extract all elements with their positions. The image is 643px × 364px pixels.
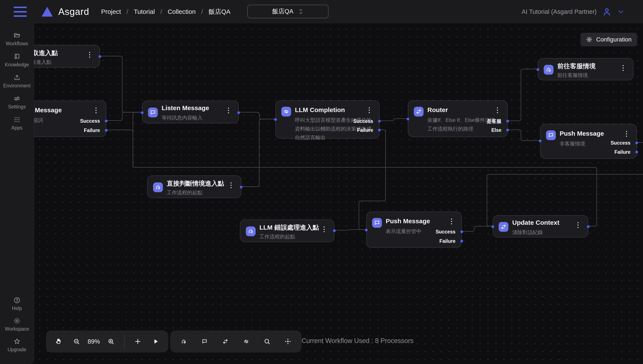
node-menu-icon[interactable] <box>620 64 626 72</box>
house-plus-icon <box>153 182 163 192</box>
breadcrumb-item[interactable]: Project <box>101 8 121 15</box>
input-port[interactable] <box>539 140 542 142</box>
hand-icon <box>55 338 62 345</box>
sidebar-item-workspace[interactable]: Workspace <box>0 317 34 332</box>
sliders-icon <box>14 95 21 102</box>
input-port[interactable] <box>141 112 144 114</box>
node-listen-message[interactable]: Listen Message 等待訊息內容輸入 <box>142 100 239 123</box>
chat-icon <box>372 218 382 228</box>
input-port[interactable] <box>365 229 368 232</box>
output-port[interactable] <box>333 230 336 232</box>
house-plus-icon <box>544 65 554 75</box>
output-port[interactable] <box>635 142 638 144</box>
breadcrumb-item[interactable]: 飯店QA <box>208 8 230 16</box>
node-menu-icon[interactable] <box>87 50 92 59</box>
workflow-selector-value: 飯店QA <box>272 7 294 16</box>
output-port[interactable] <box>460 240 463 242</box>
menu-icon[interactable] <box>14 6 27 17</box>
node-llm-completion[interactable]: LLM Completion 呼叫大型語言模型並產生結構化的資料輸出以輔助流程的… <box>275 100 380 139</box>
sidebar-item-upgrade[interactable]: Upgrade <box>0 338 34 352</box>
node-push-welcome[interactable]: Push Message 表示歡迎詞 SuccessFailure <box>34 100 106 137</box>
output-port[interactable] <box>506 120 509 123</box>
sidebar-item-label: Apps <box>11 125 22 131</box>
workflow-edge <box>508 130 539 140</box>
sidebar-item-environment[interactable]: Environment <box>0 74 34 89</box>
sidebar-item-settings[interactable]: Settings <box>0 95 34 110</box>
search-button[interactable] <box>259 330 275 352</box>
node-subtitle: 清除對話紀錄 <box>512 228 580 237</box>
swap-icon <box>414 107 424 116</box>
sidebar-item-apps[interactable]: Apps <box>0 116 34 131</box>
node-llm-error-entry[interactable]: LLM 錯誤處理進入點 工作流程的起點 <box>240 220 334 242</box>
output-port[interactable] <box>460 230 463 233</box>
brand-name: Asgard <box>58 6 89 17</box>
plus-button[interactable] <box>130 330 146 352</box>
user-name: AI Tutorial (Asgard Partner) <box>522 8 597 15</box>
node-menu-icon[interactable] <box>449 217 454 226</box>
hand-button[interactable] <box>50 330 67 352</box>
user-avatar-icon[interactable] <box>602 7 612 16</box>
output-port[interactable] <box>237 112 240 114</box>
sidebar-item-label: Help <box>12 306 22 311</box>
node-menu-icon[interactable] <box>93 106 99 114</box>
output-port[interactable] <box>240 186 242 188</box>
input-port[interactable] <box>406 118 409 120</box>
output-label: Success <box>80 118 100 124</box>
input-port[interactable] <box>274 118 277 121</box>
sidebar-item-help[interactable]: Help <box>0 296 34 311</box>
llm-icon <box>243 338 249 344</box>
node-router[interactable]: Router 依據If、Else If、Else條件決定工作流程執行的路徑 是客… <box>408 100 508 137</box>
output-port[interactable] <box>587 225 590 228</box>
node-title: 直接判斷情境進入點 <box>167 179 224 188</box>
workflow-edge <box>106 130 133 167</box>
breadcrumb-item[interactable]: Collection <box>168 8 196 15</box>
node-menu-icon[interactable] <box>321 225 327 234</box>
sidebar-item-label: Workflows <box>6 41 28 46</box>
llm-button[interactable] <box>238 330 254 352</box>
configuration-button[interactable]: Configuration <box>580 33 637 46</box>
swap-button[interactable] <box>217 330 234 352</box>
output-port[interactable] <box>378 120 381 123</box>
output-port[interactable] <box>378 129 381 132</box>
sidebar-item-knowledge[interactable]: Knowledge <box>0 53 34 68</box>
node-menu-icon[interactable] <box>226 106 231 114</box>
node-direct-judge-entry[interactable]: 直接判斷情境進入點 工作流程的起點 <box>147 176 241 198</box>
node-menu-icon[interactable] <box>494 106 500 114</box>
input-port[interactable] <box>536 68 539 71</box>
workflow-edge <box>239 112 274 119</box>
node-title: LLM 錯誤處理進入點 <box>260 223 319 232</box>
search-icon <box>264 338 271 345</box>
move-button[interactable] <box>280 330 296 352</box>
node-menu-icon[interactable] <box>228 181 234 190</box>
output-port[interactable] <box>105 129 108 132</box>
output-port[interactable] <box>506 129 509 132</box>
input-port[interactable] <box>492 225 494 228</box>
node-goto-cs-scene[interactable]: 前往客服情境 前往客服情境 <box>538 58 634 80</box>
brand: Asgard <box>42 6 89 17</box>
node-push-rate-limit[interactable]: Push Message 表示流量控管中 SuccessFailure <box>366 212 462 248</box>
workflow-canvas[interactable]: 聽取進入點 聽取進入點 Push Message 表示歡迎詞 SuccessFa… <box>34 24 643 364</box>
node-push-non-cs[interactable]: Push Message 非客服情境 SuccessFailure <box>540 124 637 159</box>
node-menu-icon[interactable] <box>366 106 372 114</box>
house-plus-button[interactable] <box>176 330 192 352</box>
zoom-out-button[interactable] <box>68 330 85 352</box>
output-port[interactable] <box>635 151 638 154</box>
chevron-down-icon[interactable] <box>617 8 625 16</box>
play-button[interactable] <box>148 330 164 352</box>
output-port[interactable] <box>98 55 101 58</box>
output-port[interactable] <box>105 120 108 122</box>
node-subtitle: 工作流程的起點 <box>260 232 326 241</box>
node-update-context[interactable]: Update Context 清除對話紀錄 <box>493 215 588 238</box>
output-label: Success <box>436 229 456 235</box>
sidebar-item-workflows[interactable]: Workflows <box>0 32 34 46</box>
output-label: 是客服 <box>487 118 502 124</box>
node-menu-icon[interactable] <box>575 221 581 229</box>
breadcrumb-item[interactable]: Tutorial <box>134 8 155 15</box>
node-title: Push Message <box>34 106 62 114</box>
zoom-level: 89% <box>86 338 101 345</box>
workflow-selector[interactable]: 飯店QA <box>247 5 328 18</box>
node-menu-icon[interactable] <box>624 130 629 138</box>
node-listen-entry[interactable]: 聽取進入點 聽取進入點 <box>34 45 100 68</box>
zoom-in-button[interactable] <box>103 330 119 352</box>
chat-button[interactable] <box>196 330 213 352</box>
